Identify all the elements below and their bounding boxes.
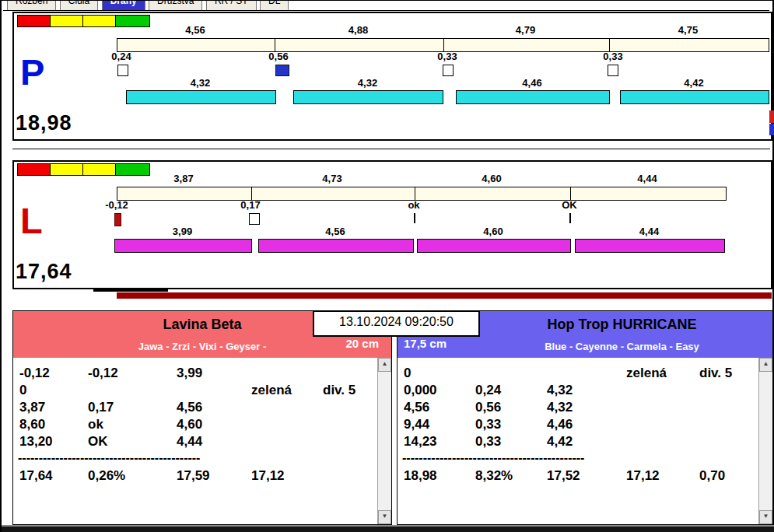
result-cell: OK	[88, 434, 108, 450]
dog-run-bar	[258, 239, 414, 253]
run-time-label: 4,32	[293, 77, 442, 89]
tab-label: Čidla	[68, 1, 89, 6]
total-cell: 18,98	[404, 468, 437, 484]
result-cell: 3,87	[19, 400, 45, 415]
result-cell: 0,24	[475, 383, 501, 398]
dog-run-bar	[126, 90, 276, 104]
timing-app-window: Rozběh Čidla Dráhy Družstva RR / ST DL P…	[0, 0, 774, 532]
status-light-yellow-1	[50, 163, 85, 176]
result-cell: -0,12	[88, 366, 118, 381]
crossing-time-label: OK	[552, 199, 587, 211]
status-light-red	[17, 15, 52, 27]
tab-rozbeh[interactable]: Rozběh	[7, 1, 56, 11]
run-time-label: 4,60	[417, 226, 569, 237]
tab-label: Rozběh	[16, 1, 47, 6]
result-cell: div. 5	[699, 366, 732, 381]
total-cell: 17,64	[19, 468, 53, 484]
tab-bar: Rozběh Čidla Dráhy Družstva RR / ST DL	[3, 1, 769, 11]
jump-height: 17,5 cm	[404, 337, 447, 350]
split-time-label: 4,88	[274, 24, 443, 36]
split-time-label: 4,73	[250, 173, 414, 184]
scroll-up-icon[interactable]: ▲	[759, 358, 772, 372]
crossing-indicator	[117, 65, 128, 76]
result-cell: 8,60	[19, 417, 45, 432]
result-cell: 0,33	[475, 434, 501, 450]
tab-rr-st[interactable]: RR / ST	[206, 1, 257, 11]
result-cell: zelená	[626, 366, 667, 381]
result-cell: 0	[404, 366, 411, 381]
segment-divider	[609, 39, 610, 51]
crossing-time-label: 0,24	[104, 51, 138, 62]
total-cell: 17,12	[626, 468, 660, 484]
separator-line	[12, 149, 770, 149]
result-cell: 4,56	[177, 400, 202, 415]
dog-run-bar	[114, 239, 252, 253]
totals-separator: ----------------------------------------…	[18, 451, 200, 465]
timeline-red-bar	[117, 292, 772, 299]
result-cell: 4,44	[177, 434, 202, 450]
team-lineup: Jawa - Zrzi - Vixi - Geyser -	[13, 341, 391, 352]
result-cell: -0,12	[19, 366, 50, 381]
scroll-up-icon[interactable]: ▲	[378, 358, 391, 372]
crossing-time-label: 0,33	[596, 51, 630, 62]
crossing-time-label: ok	[397, 199, 431, 211]
total-cell: 0,26%	[88, 468, 125, 484]
result-cell: 14,23	[404, 434, 437, 450]
scrollbar-right-panel[interactable]: ▲ ▼	[758, 358, 772, 524]
result-cell: 4,56	[404, 400, 429, 415]
lane-total-p: 18,98	[16, 111, 72, 135]
dog-run-bar	[417, 239, 571, 253]
crossing-indicator-active	[275, 65, 289, 76]
split-time-label: 4,75	[608, 24, 768, 36]
scroll-down-icon[interactable]: ▼	[759, 510, 772, 524]
split-time-label: 4,60	[414, 173, 569, 184]
result-cell: 4,32	[547, 400, 573, 415]
segment-divider	[251, 187, 252, 200]
segment-divider	[275, 39, 275, 51]
crossing-indicator	[249, 213, 260, 225]
progress-fragment	[93, 289, 168, 292]
result-cell: 0,56	[475, 400, 501, 415]
run-time-label: 4,46	[456, 77, 608, 89]
total-cell: 17,52	[547, 468, 580, 484]
team-results-right: 0 zelená div. 5 0,000 0,24 4,32 4,56 0,5…	[398, 358, 772, 524]
dog-run-bar	[456, 90, 610, 104]
tab-dl[interactable]: DL	[260, 1, 289, 11]
result-cell: 3,99	[177, 366, 202, 381]
tab-cidla[interactable]: Čidla	[60, 1, 98, 11]
scroll-down-icon[interactable]: ▼	[378, 510, 391, 524]
run-time-label: 4,32	[126, 77, 275, 89]
result-cell: 0,000	[404, 383, 437, 398]
result-cell: 4,60	[177, 417, 202, 432]
split-time-label: 3,87	[117, 173, 250, 184]
split-time-label: 4,44	[569, 173, 725, 184]
lane-panel-p: P 4,56 4,88 4,79 4,75 0,24 0,56 0,33 0,3…	[12, 12, 772, 141]
result-cell: 4,42	[547, 434, 573, 450]
segment-divider	[443, 39, 444, 51]
result-cell: 9,44	[404, 417, 429, 432]
team-results-left: -0,12 -0,12 3,99 0 zelená div. 5 3,87 0,…	[13, 358, 391, 524]
team-lineup: Blue - Cayenne - Carmela - Easy	[471, 341, 772, 352]
crossing-time-label: -0,12	[100, 199, 134, 211]
scrollbar-left-panel[interactable]: ▲ ▼	[377, 358, 391, 524]
datetime-display: 13.10.2024 09:20:50	[313, 310, 480, 337]
lane-panel-l: L 3,87 4,73 4,60 4,44 -0,12 0,17 ok OK 3…	[12, 160, 772, 289]
fault-indicator	[114, 213, 121, 226]
result-cell: 0,17	[88, 400, 114, 415]
crossing-tick	[414, 213, 415, 223]
tab-drahy[interactable]: Dráhy	[102, 1, 145, 11]
crossing-time-label: 0,33	[430, 51, 464, 62]
tab-label: Družstva	[157, 1, 194, 6]
datetime-text: 13.10.2024 09:20:50	[339, 315, 454, 328]
result-cell: 0,33	[475, 417, 501, 432]
team-panel-left: Lavina Beta Jawa - Zrzi - Vixi - Geyser …	[12, 310, 392, 525]
status-light-yellow-2	[82, 15, 117, 27]
tab-label: DL	[268, 1, 280, 6]
run-time-label: 4,42	[620, 77, 768, 89]
dog-run-bar	[293, 90, 443, 104]
crossing-time-label: 0,17	[233, 199, 268, 211]
result-cell: 4,32	[547, 383, 573, 398]
tab-label: RR / ST	[215, 1, 248, 6]
total-cell: 17,59	[177, 468, 210, 484]
tab-druzstva[interactable]: Družstva	[149, 1, 202, 11]
